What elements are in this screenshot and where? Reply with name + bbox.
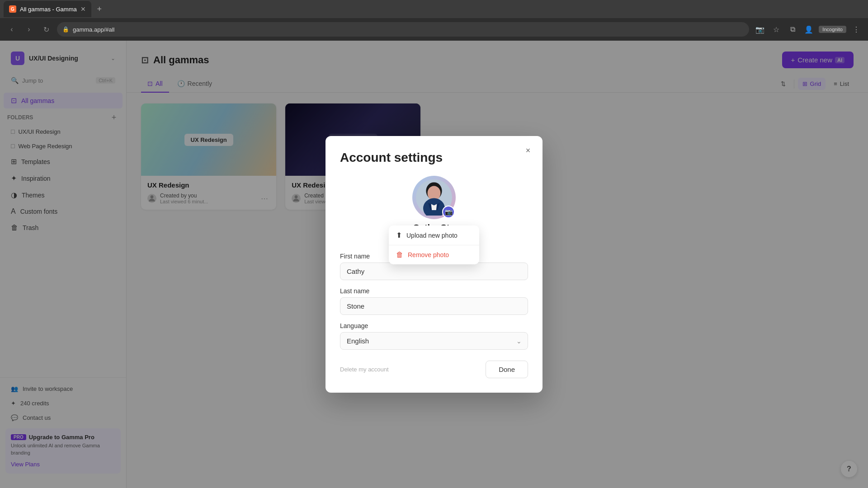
- address-text: gamma.app/#all: [73, 26, 115, 33]
- back-button[interactable]: ‹: [5, 23, 18, 36]
- upload-icon: ⬆: [396, 231, 402, 239]
- done-button[interactable]: Done: [486, 361, 528, 378]
- nav-bar: ‹ › ↻ 🔒 gamma.app/#all 📷 ☆ ⧉ 👤 Incognito…: [0, 18, 868, 41]
- reload-button[interactable]: ↻: [40, 23, 52, 36]
- menu-icon[interactable]: ⋮: [850, 23, 863, 36]
- modal-footer: Delete my account Done: [340, 361, 528, 378]
- remove-photo-option[interactable]: 🗑 Remove photo: [389, 245, 479, 264]
- avatar-container: 📷: [412, 176, 456, 219]
- active-tab[interactable]: G All gammas - Gamma ✕: [4, 1, 91, 17]
- upload-photo-option[interactable]: ⬆ Upload new photo: [389, 225, 479, 245]
- camera-off-icon: 📷: [754, 23, 766, 36]
- new-tab-button[interactable]: +: [93, 3, 106, 15]
- modal-title: Account settings: [340, 150, 528, 165]
- extensions-icon[interactable]: ⧉: [786, 23, 799, 36]
- forward-button[interactable]: ›: [23, 23, 35, 36]
- upload-photo-label: Upload new photo: [406, 232, 458, 239]
- address-bar[interactable]: 🔒 gamma.app/#all: [57, 22, 749, 37]
- last-name-input[interactable]: [340, 297, 528, 315]
- language-select[interactable]: English Spanish French German Japanese C…: [340, 332, 528, 350]
- first-name-input[interactable]: [340, 263, 528, 280]
- remove-photo-label: Remove photo: [408, 251, 449, 258]
- modal-overlay: × Account settings: [0, 41, 868, 488]
- incognito-badge: Incognito: [819, 26, 846, 33]
- delete-account-link[interactable]: Delete my account: [340, 366, 389, 373]
- lock-icon: 🔒: [62, 26, 69, 33]
- photo-menu: ⬆ Upload new photo 🗑 Remove photo: [389, 225, 479, 264]
- language-select-wrapper: English Spanish French German Japanese C…: [340, 332, 528, 350]
- browser-chrome: G All gammas - Gamma ✕ + ‹ › ↻ 🔒 gamma.a…: [0, 0, 868, 41]
- tab-bar: G All gammas - Gamma ✕ +: [0, 0, 868, 18]
- last-name-label: Last name: [340, 287, 528, 295]
- language-label: Language: [340, 322, 528, 329]
- camera-button[interactable]: 📷: [442, 206, 455, 218]
- avatar-section: 📷 ⬆ Upload new photo 🗑 Remove photo: [340, 176, 528, 219]
- remove-icon: 🗑: [396, 251, 403, 259]
- account-icon[interactable]: 👤: [802, 23, 815, 36]
- browser-actions: 📷 ☆ ⧉ 👤 Incognito ⋮: [754, 23, 863, 36]
- modal-close-button[interactable]: ×: [521, 143, 535, 158]
- tab-title: All gammas - Gamma: [20, 6, 77, 13]
- star-icon[interactable]: ☆: [770, 23, 783, 36]
- tab-favicon: G: [9, 5, 16, 13]
- account-settings-modal: × Account settings: [326, 136, 542, 393]
- tab-close-btn[interactable]: ✕: [80, 5, 86, 13]
